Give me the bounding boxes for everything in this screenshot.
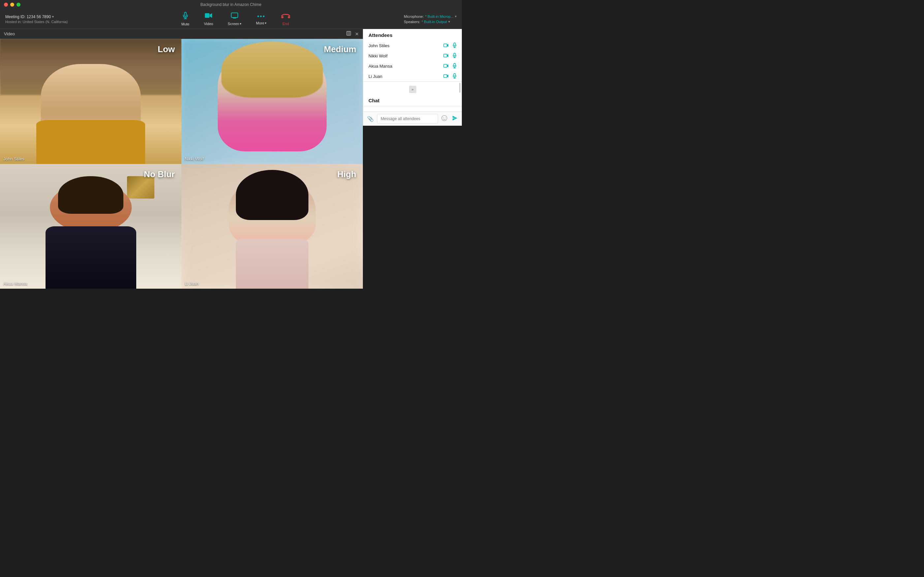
svg-rect-22 [454, 63, 455, 66]
attendee-name-john: John Stiles [369, 43, 443, 48]
svg-rect-9 [347, 31, 351, 35]
mic-chevron-icon[interactable]: ▾ [455, 15, 457, 18]
end-icon [281, 12, 290, 21]
video-icon-lijuan[interactable] [443, 74, 449, 79]
mic-icon-john[interactable] [452, 43, 457, 49]
svg-rect-4 [231, 13, 238, 18]
fullscreen-button[interactable] [16, 3, 21, 6]
main-content: Video ✕ [0, 29, 462, 288]
chat-section: Chat 📎 [363, 94, 462, 126]
mute-button[interactable]: Mute [179, 11, 192, 27]
svg-rect-25 [444, 74, 447, 77]
microphone-device[interactable]: * Built-in Microp... [425, 15, 454, 18]
microphone-info: Microphone: * Built-in Microp... ▾ [404, 15, 457, 18]
mute-icon [182, 12, 189, 21]
device-info: Microphone: * Built-in Microp... ▾ Speak… [404, 15, 457, 24]
attendee-name-nikki: Nikki Wolf [369, 53, 443, 58]
svg-rect-15 [444, 54, 447, 57]
tile-name-john: John Stiles [3, 156, 24, 161]
svg-point-30 [442, 116, 447, 121]
video-panel: Video ✕ [0, 29, 363, 288]
tile-name-nikki: Nikki Wolf [185, 156, 204, 161]
tile-name-lijuan: Li Juan [185, 281, 199, 286]
meeting-id[interactable]: Meeting ID: 1234 56 7890 ▾ [5, 15, 68, 19]
video-tile-akua: No Blur Akua Mansa [0, 164, 182, 289]
svg-point-7 [282, 16, 284, 18]
svg-point-31 [443, 117, 444, 118]
svg-rect-10 [444, 44, 447, 47]
emoji-button[interactable] [440, 114, 449, 124]
screen-icon [230, 12, 238, 21]
speakers-device[interactable]: * Built-in Output [422, 20, 447, 24]
svg-marker-3 [210, 13, 212, 18]
svg-rect-27 [454, 74, 455, 76]
minimize-button[interactable] [10, 3, 14, 6]
attendee-row-nikki[interactable]: Nikki Wolf [363, 51, 462, 61]
attendee-row-john[interactable]: John Stiles [363, 40, 462, 51]
title-bar: Background blur in Amazon Chime [0, 0, 462, 9]
mic-icon-akua[interactable] [452, 63, 457, 69]
toolbar: Meeting ID: 1234 56 7890 ▾ Hosted in: Un… [0, 9, 462, 29]
video-grid: Low John Stiles Medium Nikki Wolf [0, 39, 363, 288]
video-button[interactable]: Video [201, 11, 216, 27]
chevron-down-icon: ▾ [52, 15, 54, 18]
attendee-icons-john [443, 43, 457, 49]
more-icon: ••• [257, 13, 266, 20]
chat-input[interactable] [377, 114, 438, 124]
video-tile-nikki: Medium Nikki Wolf [182, 39, 363, 164]
close-video-panel-button[interactable]: ✕ [355, 31, 359, 37]
svg-rect-12 [454, 43, 455, 45]
blur-level-john: Low [158, 44, 175, 55]
collapse-handle[interactable]: » [409, 86, 416, 93]
speakers-info: Speakers: * Built-in Output ▾ [404, 20, 457, 24]
attendee-name-lijuan: Li Juan [369, 74, 443, 79]
attach-button[interactable]: 📎 [366, 114, 375, 123]
window-title: Background blur in Amazon Chime [201, 2, 262, 7]
traffic-lights[interactable] [4, 3, 21, 6]
video-tile-john: Low John Stiles [0, 39, 182, 164]
send-button[interactable] [451, 114, 459, 124]
mic-icon-lijuan[interactable] [452, 73, 457, 79]
end-button[interactable]: End [278, 11, 293, 27]
video-icon-nikki[interactable] [443, 53, 449, 59]
video-tile-lijuan: High Li Juan [182, 164, 363, 289]
attendee-icons-akua [443, 63, 457, 69]
speakers-chevron-icon[interactable]: ▾ [448, 20, 450, 23]
close-button[interactable] [4, 3, 8, 6]
popout-button[interactable] [346, 31, 351, 37]
meeting-hosted: Hosted in: United States (N. California) [5, 20, 68, 24]
video-icon-akua[interactable] [443, 64, 449, 69]
attendee-row-akua[interactable]: Akua Mansa [363, 61, 462, 71]
blur-level-akua: No Blur [144, 169, 175, 179]
more-button[interactable]: ••• More ▾ [253, 12, 269, 26]
svg-rect-20 [444, 64, 447, 67]
chat-title: Chat [363, 94, 462, 106]
blur-level-nikki: Medium [324, 44, 356, 55]
svg-rect-2 [205, 13, 209, 18]
video-panel-actions: ✕ [346, 31, 359, 37]
attendees-section: Attendees John Stiles [363, 29, 462, 82]
svg-rect-17 [454, 53, 455, 56]
collapse-area: » [363, 84, 462, 94]
scrollbar-thumb[interactable] [459, 83, 460, 93]
screen-chevron-icon: ▾ [240, 22, 241, 26]
sidebar-wrapper: Attendees John Stiles [363, 29, 462, 288]
mic-icon-nikki[interactable] [452, 53, 457, 59]
blur-level-lijuan: High [337, 169, 356, 179]
screen-button[interactable]: Screen ▾ [225, 11, 244, 27]
attendee-icons-nikki [443, 53, 457, 59]
attendees-title: Attendees [363, 29, 462, 40]
toolbar-controls: Mute Video Screen ▾ [179, 11, 293, 27]
svg-point-32 [445, 117, 446, 118]
video-panel-header: Video ✕ [0, 29, 363, 39]
video-panel-title: Video [4, 31, 15, 36]
tile-name-akua: Akua Mansa [3, 281, 27, 286]
attendee-row-lijuan[interactable]: Li Juan [363, 71, 462, 82]
attendee-name-akua: Akua Mansa [369, 64, 443, 69]
chat-input-area: 📎 [363, 111, 462, 126]
more-chevron-icon: ▾ [265, 21, 267, 25]
sidebar: Attendees John Stiles [363, 29, 462, 126]
meeting-info: Meeting ID: 1234 56 7890 ▾ Hosted in: Un… [5, 15, 68, 24]
video-icon-john[interactable] [443, 43, 449, 48]
attendee-icons-lijuan [443, 73, 457, 79]
